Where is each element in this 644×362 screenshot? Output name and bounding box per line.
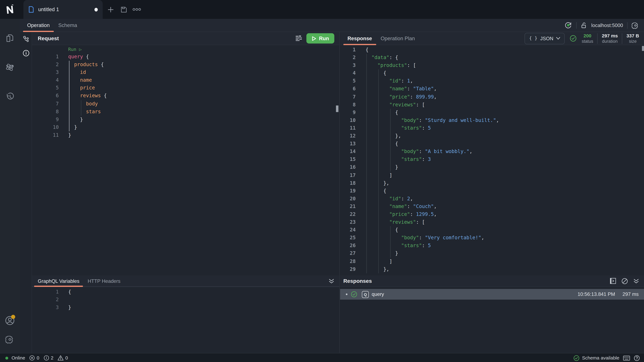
line-number: 1 xyxy=(32,53,59,61)
size-label: size xyxy=(629,39,636,44)
keyboard-icon xyxy=(623,355,630,361)
clear-responses-button[interactable] xyxy=(621,278,628,284)
success-check-icon xyxy=(351,291,358,298)
line-content: reviews { xyxy=(68,92,107,100)
code-token xyxy=(366,243,401,249)
line-number: 29 xyxy=(340,265,356,273)
open-console-button[interactable] xyxy=(610,278,616,284)
code-token: { xyxy=(366,47,368,53)
code-token xyxy=(366,86,389,92)
response-format-select[interactable]: { } JSON xyxy=(525,33,565,44)
code-token: { xyxy=(366,227,398,233)
document-settings-button[interactable] xyxy=(632,21,639,29)
response-list-item[interactable]: Q query 10:56:13.841 PM 297 ms xyxy=(340,289,644,300)
settings-nav-button[interactable] xyxy=(0,330,20,349)
tab-operation-plan[interactable]: Operation Plan xyxy=(377,32,418,45)
new-tab-button[interactable] xyxy=(105,4,116,15)
run-code-lens[interactable]: Run ▷ xyxy=(32,46,339,53)
help-button[interactable] xyxy=(634,355,640,361)
code-token: "products" xyxy=(377,62,407,68)
plus-icon xyxy=(108,6,114,12)
line-content: "reviews": [ xyxy=(366,101,425,109)
schema-explorer-nav-button[interactable] xyxy=(0,58,20,77)
documents-nav-button[interactable] xyxy=(0,29,20,48)
tab-title: untitled 1 xyxy=(38,6,59,12)
line-number: 11 xyxy=(340,124,356,132)
variables-editor[interactable]: 1{23} xyxy=(32,287,339,352)
terminal-icon xyxy=(610,278,616,284)
schema-status[interactable]: Schema available xyxy=(574,355,619,361)
request-scrollbar-thumb[interactable] xyxy=(336,105,338,112)
active-tab-underline xyxy=(23,31,54,32)
line-content: ] xyxy=(366,258,392,265)
code-token: "id" xyxy=(389,78,401,84)
tab-overflow-button[interactable] xyxy=(132,4,142,15)
code-token: "stars" xyxy=(401,243,422,249)
endpoint-url[interactable]: localhost:5000 xyxy=(591,22,623,28)
nitro-logo[interactable] xyxy=(0,0,20,19)
responses-list: Q query 10:56:13.841 PM 297 ms xyxy=(340,287,644,352)
code-token: "body" xyxy=(401,149,419,154)
code-token: : xyxy=(419,235,425,241)
tab-graphql-variables[interactable]: GraphQL Variables xyxy=(34,275,83,287)
line-number: 9 xyxy=(32,116,59,123)
code-token xyxy=(366,211,389,217)
status-bar: Online 0 2 0 Schema available xyxy=(0,353,644,362)
tab-response[interactable]: Response xyxy=(344,32,376,45)
response-code[interactable]: 1{2 "data": {3 "products": [4 {5 "id": 1… xyxy=(340,45,644,275)
save-button[interactable] xyxy=(118,4,129,15)
format-document-button[interactable] xyxy=(295,35,302,41)
connection-security-button[interactable] xyxy=(581,22,587,28)
line-number: 12 xyxy=(340,132,356,140)
code-line: 3 "products": [ xyxy=(340,62,644,69)
document-tab[interactable]: untitled 1 xyxy=(24,0,103,19)
code-token: 899.99 xyxy=(416,94,434,100)
status-stat: 200 status xyxy=(582,33,593,43)
operation-info-button[interactable] xyxy=(20,47,32,59)
line-content: } xyxy=(68,131,71,139)
code-line: 12 }, xyxy=(340,132,644,140)
tab-http-headers[interactable]: HTTP Headers xyxy=(84,275,124,287)
code-line: 9 } xyxy=(32,116,339,123)
code-line: 16 } xyxy=(340,164,644,171)
tab-operation-label: Operation xyxy=(27,22,50,28)
warnings-count[interactable]: 0 xyxy=(58,355,68,361)
operations-button[interactable] xyxy=(20,32,32,45)
line-content: body xyxy=(68,100,98,108)
refresh-schema-button[interactable] xyxy=(564,21,572,29)
chevron-down-icon xyxy=(556,37,560,40)
response-editor[interactable]: 1{2 "data": {3 "products": [4 {5 "id": 1… xyxy=(340,45,644,275)
line-number: 2 xyxy=(32,61,59,69)
tab-schema[interactable]: Schema xyxy=(54,19,81,32)
request-editor[interactable]: Run ▷1query {2 products {3 id4 name5 pri… xyxy=(32,45,339,275)
response-scrollbar[interactable] xyxy=(642,45,644,275)
tab-operation[interactable]: Operation xyxy=(24,19,53,32)
code-token: 1 xyxy=(407,78,410,84)
keyboard-shortcuts-button[interactable] xyxy=(623,355,630,361)
collapse-panel-button[interactable] xyxy=(328,278,334,284)
code-token: "Table" xyxy=(413,86,434,92)
editor-gutter-strip xyxy=(20,32,32,353)
code-token xyxy=(68,109,86,114)
size-stat: 337 B size xyxy=(626,33,639,43)
code-line: 26 "stars": 5 xyxy=(340,242,644,250)
request-code[interactable]: Run ▷1query {2 products {3 id4 name5 pri… xyxy=(32,45,339,275)
line-content: "stars": 5 xyxy=(366,242,431,250)
variables-code[interactable]: 1{23} xyxy=(32,287,339,352)
query-badge: Q xyxy=(362,291,369,298)
account-button[interactable] xyxy=(0,311,20,330)
code-line: 3 id xyxy=(32,69,339,76)
code-token: "name" xyxy=(389,86,407,92)
response-scrollbar-thumb[interactable] xyxy=(642,46,644,51)
run-button[interactable]: Run xyxy=(306,33,334,43)
code-line: 27 } xyxy=(340,250,644,258)
documents-icon xyxy=(6,34,14,42)
history-nav-button[interactable] xyxy=(0,87,20,106)
tab-response-label: Response xyxy=(348,35,372,41)
response-meta: { } JSON 200 status 297 ms duration xyxy=(525,33,644,44)
code-token xyxy=(366,235,401,241)
infos-count[interactable]: 2 xyxy=(44,355,54,361)
errors-count[interactable]: 0 xyxy=(29,355,39,361)
code-token: , xyxy=(434,211,437,217)
collapse-responses-button[interactable] xyxy=(633,278,639,284)
